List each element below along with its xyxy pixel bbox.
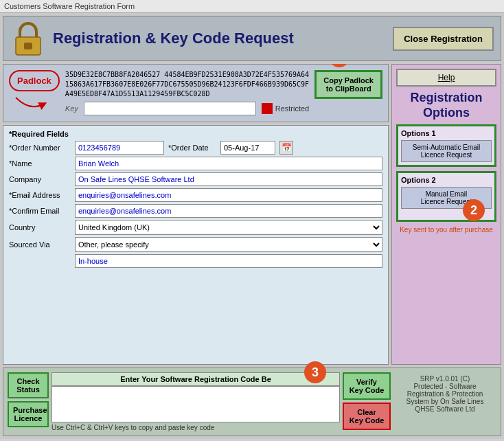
sourced-via-label: Sourced Via	[9, 240, 71, 249]
required-fields-label: *Required Fields	[9, 130, 382, 138]
badge-1: 1	[328, 64, 350, 67]
country-row: Country United Kingdom (UK)	[9, 220, 382, 235]
left-panel: Padlock 35D9E32E8C7BB8FA20	[3, 64, 389, 365]
title-bar: Customers Software Registration Form	[0, 0, 504, 13]
right-panel: Help RegistrationOptions Options 1 Semi-…	[391, 64, 501, 365]
padlock-label[interactable]: Padlock	[9, 70, 60, 91]
order-number-input[interactable]	[75, 141, 164, 155]
name-row: *Name	[9, 157, 382, 170]
purchase-licence-button[interactable]: Purchase Licence	[8, 401, 49, 427]
confirm-email-input[interactable]	[75, 204, 382, 218]
header: Registration & Key Code Request Close Re…	[3, 16, 501, 61]
padlock-arrow-icon	[9, 94, 50, 115]
options2-label: Options 2	[401, 176, 492, 184]
name-label: *Name	[9, 159, 71, 168]
company-label: Company	[9, 175, 71, 183]
country-select[interactable]: United Kingdom (UK)	[75, 220, 382, 235]
confirm-email-label: *Confirm Email	[9, 207, 71, 215]
options1-label: Options 1	[401, 129, 492, 137]
sourced-via-select[interactable]: Other, please specify	[75, 237, 382, 252]
order-number-label: *Order Number	[9, 144, 71, 152]
bottom-center: 3 Enter Your Software Registration Code …	[51, 372, 340, 431]
srp-info: SRP v1.0.01 (C) Protected - Software Reg…	[393, 372, 496, 431]
padlock-header-icon	[10, 21, 46, 56]
key-label: Key	[65, 104, 78, 113]
country-label: Country	[9, 223, 71, 231]
name-input[interactable]	[75, 157, 382, 170]
confirm-email-row: *Confirm Email	[9, 204, 382, 218]
order-number-row: *Order Number *Order Date 📅	[9, 141, 382, 155]
restricted-badge: Restricted	[262, 103, 310, 114]
email-input[interactable]	[75, 188, 382, 202]
copy-padlock-button[interactable]: Copy Padlock to ClipBoard	[314, 70, 382, 99]
badge-3: 3	[304, 361, 326, 383]
reg-options-title: RegistrationOptions	[396, 91, 496, 120]
close-registration-button[interactable]: Close Registration	[393, 27, 494, 51]
content-area: Padlock 35D9E32E8C7BB8FA20	[3, 64, 501, 365]
order-date-input[interactable]	[220, 141, 275, 155]
restricted-label: Restricted	[275, 104, 310, 113]
email-label: *Email Address	[9, 191, 71, 199]
help-button[interactable]: Help	[396, 69, 496, 87]
company-input[interactable]	[75, 172, 382, 186]
padlock-text-area: 35D9E32E8C7BB8FA2046527 44584EB9FD2531E9…	[65, 70, 309, 115]
svg-rect-1	[24, 43, 32, 49]
key-row: Key Restricted	[65, 102, 309, 115]
verify-key-code-button[interactable]: Verify Key Code	[343, 372, 391, 400]
badge-2: 2	[463, 199, 485, 221]
key-sent-note: Key sent to you after purchase	[396, 226, 496, 234]
header-title: Registration & Key Code Request	[53, 30, 393, 47]
bottom-section: Check Status Purchase Licence 3 Enter Yo…	[3, 368, 501, 436]
key-input[interactable]	[84, 102, 256, 115]
options2-group: Options 2 Manual Email Licence Request 2	[396, 171, 496, 222]
inhouse-row	[9, 254, 382, 268]
calendar-icon[interactable]: 📅	[279, 141, 293, 155]
copy-hint: Use Ctrl+C & Ctrl+V keys to copy and pas…	[51, 424, 340, 431]
email-row: *Email Address	[9, 188, 382, 202]
bottom-right-buttons: Verify Key Code Clear Key Code	[343, 372, 391, 431]
bottom-left-buttons: Check Status Purchase Licence	[8, 372, 49, 431]
reg-code-label: Enter Your Software Registration Code Be	[51, 372, 340, 386]
check-status-button[interactable]: Check Status	[8, 372, 49, 398]
clear-key-code-button[interactable]: Clear Key Code	[343, 403, 391, 430]
reg-code-input[interactable]	[51, 386, 340, 422]
order-date-label: *Order Date	[168, 144, 216, 152]
inhouse-input[interactable]	[75, 254, 382, 268]
padlock-code: 35D9E32E8C7BB8FA2046527 44584EB9FD2531E9…	[65, 70, 309, 99]
title-bar-text: Customers Software Registration Form	[4, 2, 135, 10]
company-row: Company	[9, 172, 382, 186]
form-section: *Required Fields *Order Number *Order Da…	[3, 125, 389, 365]
sourced-via-row: Sourced Via Other, please specify	[9, 237, 382, 252]
semi-auto-email-button[interactable]: Semi-Automatic Email Licence Request	[401, 140, 492, 162]
padlock-section: Padlock 35D9E32E8C7BB8FA20	[3, 64, 389, 122]
restricted-square-icon	[262, 103, 273, 114]
main-container: Registration & Key Code Request Close Re…	[0, 13, 504, 439]
options1-group: Options 1 Semi-Automatic Email Licence R…	[396, 124, 496, 167]
